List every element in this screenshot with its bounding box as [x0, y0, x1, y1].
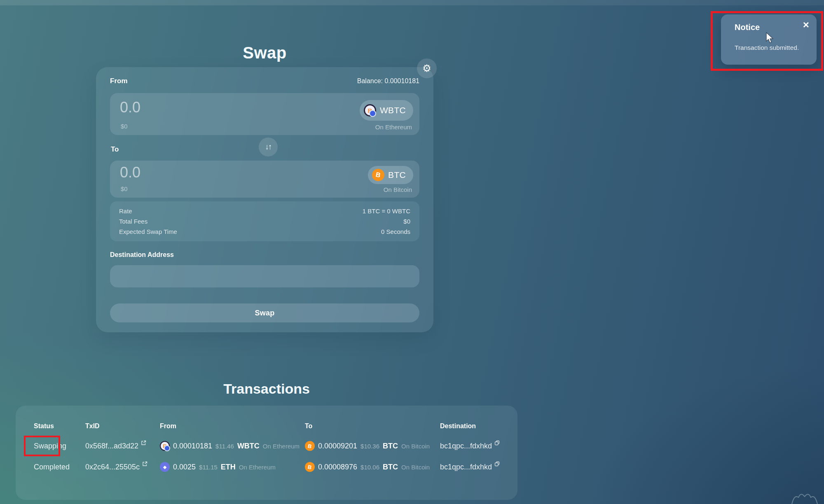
copy-icon[interactable]	[494, 461, 500, 467]
from-amount-row: $0 B WBTC On Ethereum	[110, 93, 419, 135]
swap-direction-icon: ↓↑	[265, 142, 272, 152]
swap-time-value: 0 Seconds	[381, 228, 410, 235]
wbtc-coin-icon: B	[160, 441, 170, 451]
to-amount-row: $0 B BTC On Bitcoin	[110, 161, 419, 198]
from-usd-value: $0	[121, 123, 128, 130]
destination-address-input[interactable]	[110, 265, 419, 287]
from-network-label: On Ethereum	[375, 124, 412, 131]
table-row: Swapping 0x568f...ad3d22 B 0.00010181 $1…	[16, 439, 517, 453]
to-asset-cell: B 0.00008976 $10.06 BTC On Bitcoin	[305, 460, 430, 474]
external-link-icon[interactable]	[141, 440, 146, 446]
transactions-title: Transactions	[16, 381, 517, 397]
txid-link[interactable]: 0x2c64...25505c	[85, 460, 147, 474]
column-header-destination: Destination	[440, 422, 476, 430]
table-header-row: Status TxID From To Destination	[16, 422, 517, 430]
swap-time-label: Expected Swap Time	[119, 228, 177, 235]
to-network-label: On Bitcoin	[384, 186, 412, 193]
from-amount-input[interactable]	[120, 99, 276, 116]
from-token-selector[interactable]: B WBTC	[360, 100, 413, 121]
swap-details-box: Rate 1 BTC = 0 WBTC Total Fees $0 Expect…	[110, 201, 419, 241]
total-fees-label: Total Fees	[119, 218, 147, 225]
settings-button[interactable]: ⚙	[417, 58, 437, 78]
destination-address-label: Destination Address	[110, 251, 174, 259]
from-asset-cell: ◆ 0.0025 $11.15 ETH On Ethereum	[160, 460, 276, 474]
wbtc-coin-icon: B	[364, 104, 376, 117]
notice-toast: Notice × Transaction submitted.	[721, 14, 817, 65]
notice-title: Notice	[735, 23, 760, 32]
from-label: From	[110, 77, 128, 85]
to-token-symbol: BTC	[388, 170, 406, 180]
eth-coin-icon: ◆	[160, 462, 170, 472]
status-badge: Completed	[34, 460, 70, 474]
swap-card: From Balance: 0.00010181 $0 B WBTC On Et…	[96, 67, 433, 332]
to-label: To	[111, 145, 119, 154]
column-header-txid: TxID	[85, 422, 100, 430]
notice-message: Transaction submitted.	[735, 44, 799, 51]
swap-direction-button[interactable]: ↓↑	[259, 138, 278, 156]
destination-address-cell[interactable]: bc1qpc...fdxhkd	[440, 460, 500, 474]
close-icon[interactable]: ×	[803, 19, 809, 30]
txid-link[interactable]: 0x568f...ad3d22	[85, 439, 146, 453]
total-fees-value: $0	[403, 218, 410, 225]
status-badge: Swapping	[34, 439, 66, 453]
to-asset-cell: B 0.00009201 $10.36 BTC On Bitcoin	[305, 439, 430, 453]
table-row: Completed 0x2c64...25505c ◆ 0.0025 $11.1…	[16, 460, 517, 474]
to-amount-input[interactable]	[120, 164, 276, 181]
page-title: Swap	[96, 44, 433, 62]
to-usd-value: $0	[121, 185, 128, 192]
swap-app-background: Swap ⚙ From Balance: 0.00010181 $0 B WBT…	[0, 0, 824, 504]
to-token-selector[interactable]: B BTC	[368, 166, 413, 184]
destination-address-cell[interactable]: bc1qpc...fdxhkd	[440, 439, 500, 453]
rate-label: Rate	[119, 208, 132, 215]
btc-coin-icon: B	[372, 169, 384, 181]
gear-icon: ⚙	[422, 63, 431, 73]
column-header-from: From	[160, 422, 176, 430]
column-header-to: To	[305, 422, 312, 430]
rate-value: 1 BTC = 0 WBTC	[363, 208, 410, 215]
btc-coin-icon: B	[305, 441, 315, 451]
btc-coin-icon: B	[305, 462, 315, 472]
copy-icon[interactable]	[494, 440, 500, 446]
external-link-icon[interactable]	[142, 461, 147, 467]
swap-submit-button[interactable]: Swap	[110, 303, 419, 322]
decorative-paw-icon	[790, 491, 819, 504]
from-asset-cell: B 0.00010181 $11.46 WBTC On Ethereum	[160, 439, 300, 453]
column-header-status: Status	[34, 422, 54, 430]
transactions-table: Status TxID From To Destination Swapping…	[16, 406, 517, 500]
from-balance: Balance: 0.00010181	[357, 77, 419, 85]
from-token-symbol: WBTC	[380, 105, 406, 115]
top-gradient-band	[0, 0, 824, 5]
